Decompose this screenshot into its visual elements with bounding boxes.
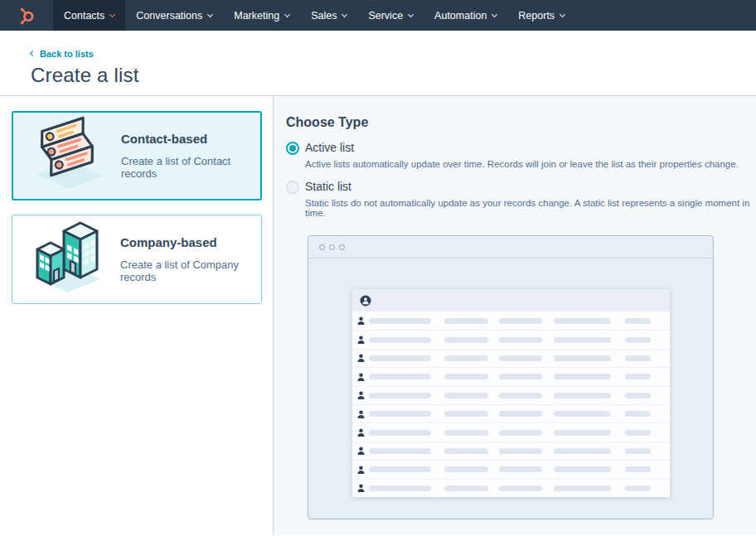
skeleton-bar	[554, 393, 611, 398]
option-description: Active lists automatically update over t…	[305, 159, 739, 169]
chevron-down-icon	[408, 11, 414, 17]
skeleton-bar	[369, 430, 431, 436]
skeleton-bar	[444, 355, 488, 361]
company-based-card[interactable]: Company-based Create a list of Company r…	[12, 215, 262, 304]
skeleton-bar	[444, 337, 488, 343]
table-row	[352, 311, 670, 330]
person-icon	[357, 373, 365, 381]
skeleton-bar	[369, 318, 431, 324]
browser-body	[308, 258, 713, 497]
skeleton-bar	[369, 355, 431, 361]
nav-item-marketing[interactable]: Marketing	[223, 0, 300, 31]
nav-item-label: Automation	[434, 10, 487, 22]
browser-mockup	[308, 235, 714, 519]
person-icon	[357, 428, 365, 437]
skeleton-bar	[369, 393, 431, 398]
skeleton-bar	[499, 374, 542, 379]
hubspot-logo[interactable]	[0, 0, 53, 31]
option-label[interactable]: Static list	[305, 180, 756, 193]
nav-item-automation[interactable]: Automation	[424, 0, 507, 31]
skeleton-bar	[554, 448, 611, 454]
person-icon	[357, 484, 365, 492]
contact-based-card[interactable]: Contact-based Create a list of Contact r…	[12, 111, 262, 200]
nav-item-sales[interactable]: Sales	[300, 0, 357, 31]
skeleton-bar	[444, 448, 488, 454]
chevron-left-icon	[30, 51, 36, 56]
radio-selected-icon[interactable]	[286, 142, 299, 155]
skeleton-bar	[499, 430, 542, 436]
table-row	[352, 330, 670, 348]
skeleton-bar	[369, 411, 431, 417]
chevron-down-icon	[492, 11, 497, 17]
skeleton-bar	[554, 374, 611, 379]
chevron-down-icon	[109, 11, 115, 17]
table-row	[352, 442, 670, 460]
table-row	[352, 349, 670, 367]
skeleton-bar	[554, 318, 611, 324]
hubspot-sprocket-icon	[17, 7, 36, 25]
skeleton-bar	[444, 430, 488, 436]
back-link-label: Back to lists	[40, 49, 94, 59]
person-icon	[357, 391, 365, 399]
page-header: Back to lists Create a list	[0, 31, 756, 95]
skeleton-bar	[499, 485, 542, 491]
top-nav: Contacts Conversations Marketing Sales S…	[0, 0, 756, 31]
contact-list-illustration	[28, 116, 108, 196]
card-title: Contact-based	[121, 132, 254, 146]
option-text: Active list Active lists automatically u…	[305, 141, 739, 169]
table-row	[352, 367, 670, 385]
card-title: Company-based	[120, 235, 254, 249]
skeleton-bar	[625, 355, 651, 361]
skeleton-bar	[499, 466, 542, 472]
active-list-option[interactable]: Active list Active lists automatically u…	[286, 141, 756, 169]
skeleton-bar	[444, 411, 488, 417]
option-label[interactable]: Active list	[305, 141, 739, 154]
back-to-lists-link[interactable]: Back to lists	[31, 49, 94, 59]
radio-unselected-icon[interactable]	[286, 181, 299, 194]
option-description: Static lists do not automatically update…	[305, 198, 756, 218]
static-list-option[interactable]: Static list Static lists do not automati…	[286, 180, 756, 218]
skeleton-bar	[369, 337, 431, 343]
nav-item-contacts[interactable]: Contacts	[53, 0, 125, 31]
content-area: Contact-based Create a list of Contact r…	[0, 95, 756, 535]
skeleton-bar	[444, 466, 488, 472]
window-dot-icon	[329, 244, 335, 250]
person-icon	[357, 447, 365, 455]
skeleton-bar	[369, 374, 431, 379]
preview-table-header	[352, 289, 670, 311]
skeleton-bar	[554, 355, 611, 361]
table-row	[352, 460, 670, 478]
nav-item-reports[interactable]: Reports	[507, 0, 575, 31]
skeleton-bar	[625, 411, 651, 417]
skeleton-bar	[444, 393, 488, 398]
skeleton-bar	[625, 448, 651, 454]
contact-circle-icon	[360, 295, 371, 307]
skeleton-bar	[444, 318, 488, 324]
card-description: Create a list of Contact records	[121, 155, 254, 180]
browser-titlebar	[308, 236, 713, 258]
table-row	[352, 404, 670, 423]
card-description: Create a list of Company records	[120, 258, 254, 283]
skeleton-bar	[625, 318, 651, 324]
skeleton-bar	[625, 430, 651, 436]
preview-table	[352, 289, 670, 497]
skeleton-bar	[554, 466, 611, 472]
person-icon	[357, 410, 365, 418]
skeleton-bar	[625, 374, 651, 379]
skeleton-bar	[369, 466, 431, 472]
skeleton-bar	[369, 448, 431, 454]
nav-item-label: Marketing	[234, 10, 279, 22]
chevron-down-icon	[284, 11, 290, 17]
nav-item-label: Reports	[518, 10, 555, 22]
skeleton-bar	[625, 485, 651, 491]
nav-item-conversations[interactable]: Conversations	[125, 0, 223, 31]
table-row	[352, 479, 670, 497]
card-text: Company-based Create a list of Company r…	[120, 235, 254, 283]
card-text: Contact-based Create a list of Contact r…	[121, 132, 254, 180]
table-row	[352, 386, 670, 404]
nav-item-service[interactable]: Service	[357, 0, 424, 31]
window-dot-icon	[339, 244, 345, 250]
option-text: Static list Static lists do not automati…	[305, 180, 756, 218]
skeleton-bar	[499, 411, 542, 417]
person-icon	[357, 354, 365, 362]
